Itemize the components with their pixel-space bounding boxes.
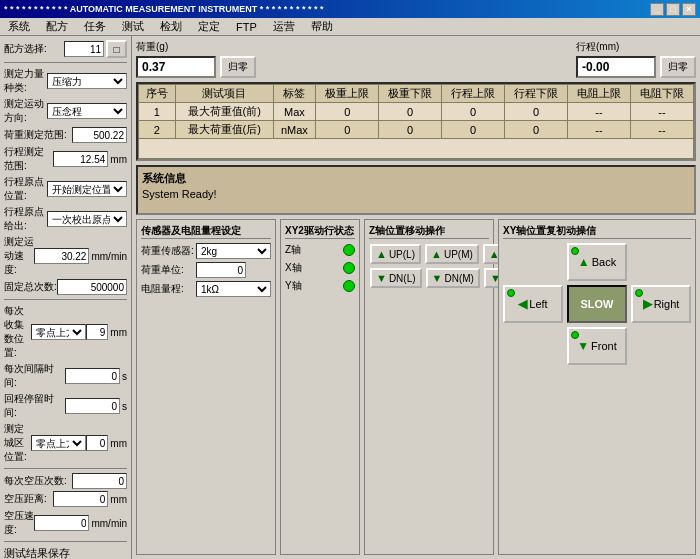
menu-set[interactable]: 定定	[194, 18, 224, 35]
right-led	[635, 289, 643, 297]
air-speed-input[interactable]	[34, 515, 89, 531]
menu-inspect[interactable]: 检划	[156, 18, 186, 35]
indicators-row: 荷重(g) 0.37 归零 行程(mm) -0.00 归零	[136, 40, 696, 78]
right-label: Right	[654, 298, 680, 310]
x-axis-status-row: X轴	[285, 261, 355, 275]
cell-load-lo-1: 0	[379, 103, 442, 121]
nav-grid: ▲ Back ◀ Left SLOW ▶	[503, 243, 691, 365]
right-button[interactable]: ▶ Right	[631, 285, 691, 323]
front-label: Front	[591, 340, 617, 352]
travel-origin-label: 行程原点位置:	[4, 175, 47, 203]
bottom-section: 传感器及电阻量程设定 荷重传感器: 2kg 荷重单位: 电阻量程: 1kΩ	[136, 219, 696, 555]
fixed-count-input[interactable]	[57, 279, 127, 295]
travel-origin-out-select[interactable]: 一次校出原点	[47, 211, 127, 227]
menu-system[interactable]: 系统	[4, 18, 34, 35]
speed-input[interactable]	[34, 248, 89, 264]
resist-range-select[interactable]: 1kΩ	[196, 281, 271, 297]
travel-range-unit: mm	[110, 154, 127, 165]
speed-label: 测定运动速度:	[4, 235, 34, 277]
menu-recipe[interactable]: 配方	[42, 18, 72, 35]
col-item: 测试项目	[175, 85, 273, 103]
z-panel-title: Z轴位置移动操作	[369, 224, 489, 239]
travel-value: -0.00	[576, 56, 656, 78]
load-unit-input[interactable]	[196, 262, 246, 278]
recipe-row: 配方选择: □	[4, 40, 127, 58]
z-axis-led	[343, 244, 355, 256]
return-dwell-input[interactable]	[65, 398, 120, 414]
col-tag: 标签	[273, 85, 316, 103]
collect-pos-select[interactable]: 零点上方	[31, 324, 86, 340]
travel-display: -0.00 归零	[576, 56, 696, 78]
return-dwell-row: 回程停留时间: s	[4, 392, 127, 420]
cell-load-hi-2: 0	[316, 121, 379, 139]
left-panel: 配方选择: □ 测定力量种类: 压缩力 测定运动方向: 压念程 荷重测定范围: …	[0, 36, 132, 559]
air-count-input[interactable]	[72, 473, 127, 489]
menu-operation[interactable]: 运营	[269, 18, 299, 35]
move-dir-row: 测定运动方向: 压念程	[4, 97, 127, 125]
close-button[interactable]: ×	[682, 3, 696, 16]
z-up-row: ▲UP(L) ▲UP(M) ▲UP(H) ▲UP	[369, 243, 489, 265]
cell-tag-2: nMax	[273, 121, 316, 139]
recipe-button[interactable]: □	[106, 40, 127, 58]
weight-indicator: 荷重(g) 0.37 归零	[136, 40, 256, 78]
fixed-count-label: 固定总次数:	[4, 280, 57, 294]
travel-zero-button[interactable]: 归零	[660, 56, 696, 78]
interval-time-label: 每次间隔时间:	[4, 362, 65, 390]
recipe-input[interactable]	[64, 41, 104, 57]
move-dir-select[interactable]: 压念程	[47, 103, 127, 119]
travel-origin-select[interactable]: 开始测定位置	[47, 181, 127, 197]
measure-zone-select[interactable]: 零点上方	[31, 435, 86, 451]
empty-cell-tl	[503, 243, 563, 281]
system-info-message: System Ready!	[142, 188, 690, 200]
menu-help[interactable]: 帮助	[307, 18, 337, 35]
weight-value: 0.37	[136, 56, 216, 78]
collect-pos-input[interactable]	[86, 324, 108, 340]
front-button[interactable]: ▼ Front	[567, 327, 627, 365]
up-m-button[interactable]: ▲UP(M)	[425, 244, 479, 264]
measure-zone-input[interactable]	[86, 435, 108, 451]
back-arrow-icon: ▲	[578, 255, 590, 269]
cell-resist-lo-2: --	[631, 121, 694, 139]
cell-item-1: 最大荷重值(前)	[175, 103, 273, 121]
dn-m-button[interactable]: ▼DN(M)	[426, 268, 480, 288]
dn-l-button[interactable]: ▼DN(L)	[370, 268, 422, 288]
left-button[interactable]: ◀ Left	[503, 285, 563, 323]
air-speed-label: 空压速度:	[4, 509, 34, 537]
load-unit-row: 荷重单位:	[141, 262, 271, 278]
data-table: 序号 测试项目 标签 极重上限 极重下限 行程上限 行程下限 电阻上限 电阻下限…	[138, 84, 694, 159]
load-range-input[interactable]	[72, 127, 127, 143]
load-sensor-select[interactable]: 2kg	[196, 243, 271, 259]
meas-type-select[interactable]: 压缩力	[47, 73, 127, 89]
back-button[interactable]: ▲ Back	[567, 243, 627, 281]
load-sensor-row: 荷重传感器: 2kg	[141, 243, 271, 259]
minimize-button[interactable]: _	[650, 3, 664, 16]
back-led	[571, 247, 579, 255]
air-dist-input[interactable]	[53, 491, 108, 507]
cell-tag-1: Max	[273, 103, 316, 121]
menu-bar: 系统 配方 任务 测试 检划 定定 FTP 运营 帮助	[0, 18, 700, 36]
menu-task[interactable]: 任务	[80, 18, 110, 35]
z-axis-status-row: Z轴	[285, 243, 355, 257]
weight-zero-button[interactable]: 归零	[220, 56, 256, 78]
cell-resist-lo-1: --	[631, 103, 694, 121]
menu-test[interactable]: 测试	[118, 18, 148, 35]
load-sensor-label: 荷重传感器:	[141, 244, 196, 258]
menu-ftp[interactable]: FTP	[232, 20, 261, 34]
maximize-button[interactable]: □	[666, 3, 680, 16]
col-resist-hi: 电阻上限	[568, 85, 631, 103]
slow-button[interactable]: SLOW	[567, 285, 627, 323]
empty-cell-br	[631, 327, 691, 365]
travel-range-input[interactable]	[53, 151, 108, 167]
collect-pos-row: 每次收集数位置: 零点上方 mm	[4, 304, 127, 360]
weight-title: 荷重(g)	[136, 40, 256, 54]
cell-item-2: 最大荷重值(后)	[175, 121, 273, 139]
load-unit-label: 荷重单位:	[141, 263, 196, 277]
cell-travel-lo-2: 0	[505, 121, 568, 139]
left-arrow-icon: ◀	[518, 297, 527, 311]
x-axis-led	[343, 262, 355, 274]
travel-origin-row: 行程原点位置: 开始测定位置	[4, 175, 127, 203]
interval-time-input[interactable]	[65, 368, 120, 384]
right-panel: 荷重(g) 0.37 归零 行程(mm) -0.00 归零 序号	[132, 36, 700, 559]
slow-label: SLOW	[581, 298, 614, 310]
up-l-button[interactable]: ▲UP(L)	[370, 244, 421, 264]
